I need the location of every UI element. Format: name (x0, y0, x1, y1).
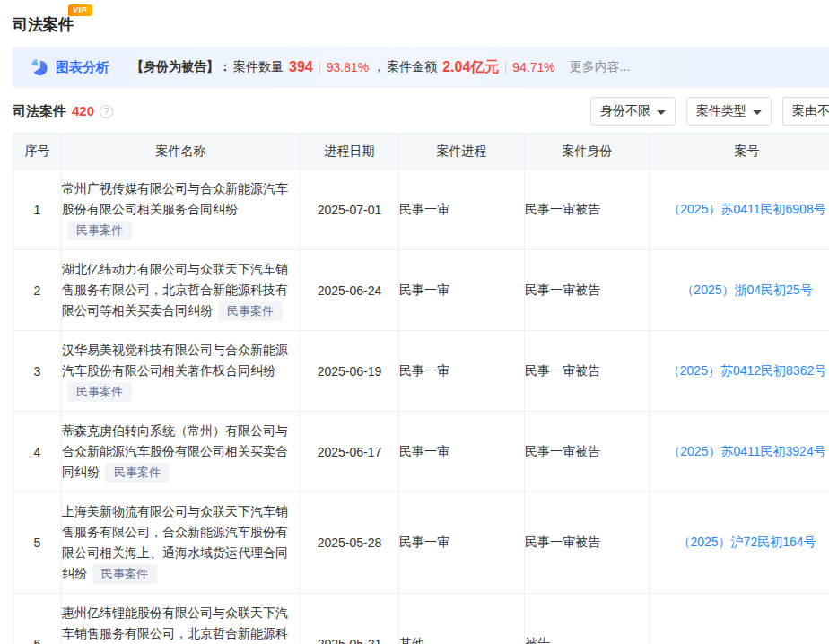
case-process: 民事一审 (399, 250, 525, 331)
section-title: 司法案件 (13, 103, 66, 118)
case-type-badge: 民事案件 (218, 301, 283, 321)
help-icon[interactable]: ? (100, 105, 113, 118)
role-prefix: 【身份为被告】： (131, 59, 231, 75)
case-name-cell: 蒂森克虏伯转向系统（常州）有限公司与合众新能源汽车股份有限公司相关买卖合同纠纷民… (62, 412, 301, 492)
case-type-badge: 民事案件 (105, 463, 170, 483)
amount-label: 案件金额 (387, 59, 437, 75)
case-number-link[interactable]: （2025）浙04民初25号 (681, 283, 812, 297)
case-number-cell: （2025）苏0412民初8362号 (650, 331, 829, 412)
case-number-link[interactable]: （2025）苏0412民初8362号 (668, 363, 826, 378)
chart-analysis-link[interactable]: 图表分析 (56, 59, 109, 76)
page-title: 司法案件 (13, 16, 74, 33)
table-row: 4蒂森克虏伯转向系统（常州）有限公司与合众新能源汽车股份有限公司相关买卖合同纠纷… (13, 412, 829, 492)
case-process: 民事一审 (399, 412, 525, 492)
case-identity: 民事一审被告 (525, 331, 650, 412)
chevron-down-icon (657, 110, 666, 115)
row-index: 5 (13, 492, 62, 594)
case-process: 其他 (399, 594, 525, 644)
more-content-link[interactable]: 更多内容... (570, 59, 631, 75)
filter-group: 身份不限案件类型案由不限 (590, 97, 829, 126)
table-row: 5上海美新物流有限公司与众联天下汽车销售服务有限公司，合众新能源汽车股份有限公司… (13, 492, 829, 594)
case-number-cell: （2025）苏0411民初3924号 (650, 412, 829, 492)
section-count: 420 (72, 103, 94, 118)
process-date: 2025-05-21 (301, 594, 399, 644)
comma-separator: ， (372, 59, 385, 75)
row-index: 3 (13, 331, 62, 412)
case-type-badge: 民事案件 (67, 382, 132, 402)
column-header-2: 进程日期 (301, 134, 399, 170)
column-header-3: 案件进程 (399, 134, 525, 170)
process-date: 2025-06-17 (301, 412, 399, 492)
case-process: 民事一审 (399, 492, 525, 594)
case-number-cell: （2025）苏0411民初6908号 (650, 170, 829, 250)
vip-badge[interactable]: VIP (68, 4, 92, 16)
filter-button-0[interactable]: 身份不限 (590, 97, 676, 126)
table-row: 6惠州亿纬锂能股份有限公司与众联天下汽车销售服务有限公司，北京哲合新能源科技有限… (13, 594, 829, 644)
row-index: 1 (13, 170, 62, 250)
divider (505, 62, 506, 74)
filter-button-1[interactable]: 案件类型 (686, 97, 772, 126)
amount-value: 2.04亿元 (442, 58, 499, 77)
case-number-cell: （2025）浙04民初25号 (650, 250, 829, 331)
toolbar: 司法案件420? 身份不限案件类型案由不限 (13, 97, 829, 126)
pie-chart-icon (31, 58, 48, 76)
process-date: 2025-06-19 (301, 331, 399, 412)
process-date: 2025-06-24 (301, 250, 399, 331)
case-number-text: - (745, 637, 749, 644)
case-name-cell: 汉华易美视觉科技有限公司与合众新能源汽车股份有限公司相关著作权合同纠纷民事案件 (62, 331, 301, 412)
case-type-badge: 民事案件 (67, 221, 132, 240)
count-label: 案件数量 (233, 59, 284, 75)
case-name: 常州广视传媒有限公司与合众新能源汽车股份有限公司相关服务合同纠纷 (62, 181, 288, 216)
judicial-cases-page: 司法案件 VIP 图表分析 【身份为被告】： 案件数量 394 93.81% ，… (0, 0, 829, 644)
chart-analysis-banner: 图表分析 【身份为被告】： 案件数量 394 93.81% ， 案件金额 2.0… (13, 47, 829, 88)
case-name: 汉华易美视觉科技有限公司与合众新能源汽车股份有限公司相关著作权合同纠纷 (62, 343, 288, 378)
divider (319, 62, 320, 74)
case-identity: 民事一审被告 (525, 170, 650, 250)
column-header-5: 案号 (650, 134, 829, 170)
row-index: 4 (13, 412, 62, 492)
filter-label: 案由不限 (792, 103, 829, 119)
case-identity: 民事一审被告 (525, 412, 650, 492)
case-name: 蒂森克虏伯转向系统（常州）有限公司与合众新能源汽车股份有限公司相关买卖合同纠纷 (62, 423, 288, 479)
count-value: 394 (289, 59, 313, 75)
case-number-link[interactable]: （2025）苏0411民初3924号 (668, 444, 825, 458)
row-index: 6 (13, 594, 62, 644)
case-process: 民事一审 (399, 331, 525, 412)
case-type-badge: 民事案件 (92, 564, 157, 584)
case-identity: 民事一审被告 (525, 492, 650, 594)
column-header-1: 案件名称 (62, 134, 301, 170)
case-number-cell: （2025）沪72民初164号 (650, 492, 829, 594)
case-number-cell: - (650, 594, 829, 644)
case-process: 民事一审 (399, 170, 525, 250)
process-date: 2025-05-28 (301, 492, 399, 594)
table-header-row: 序号案件名称进程日期案件进程案件身份案号 (13, 134, 829, 170)
row-index: 2 (13, 250, 62, 331)
count-percent: 93.81% (327, 60, 369, 74)
case-name: 惠州亿纬锂能股份有限公司与众联天下汽车销售服务有限公司，北京哲合新能源科技有限公… (62, 605, 288, 644)
case-name-cell: 湖北亿纬动力有限公司与众联天下汽车销售服务有限公司，北京哲合新能源科技有限公司等… (62, 250, 301, 331)
column-header-4: 案件身份 (525, 134, 650, 170)
case-identity: 被告 (525, 594, 650, 644)
process-date: 2025-07-01 (301, 170, 399, 250)
cases-table: 序号案件名称进程日期案件进程案件身份案号 1常州广视传媒有限公司与合众新能源汽车… (13, 133, 829, 644)
table-row: 2湖北亿纬动力有限公司与众联天下汽车销售服务有限公司，北京哲合新能源科技有限公司… (13, 250, 829, 331)
case-name-cell: 常州广视传媒有限公司与合众新能源汽车股份有限公司相关服务合同纠纷民事案件 (62, 170, 301, 250)
filter-label: 案件类型 (696, 103, 746, 119)
filter-button-2[interactable]: 案由不限 (782, 97, 829, 126)
filter-label: 身份不限 (600, 103, 650, 119)
amount-percent: 94.71% (512, 60, 554, 74)
table-row: 3汉华易美视觉科技有限公司与合众新能源汽车股份有限公司相关著作权合同纠纷民事案件… (13, 331, 829, 412)
column-header-0: 序号 (13, 134, 62, 170)
chevron-down-icon (753, 110, 762, 115)
case-number-link[interactable]: （2025）苏0411民初6908号 (668, 202, 825, 216)
case-name-cell: 惠州亿纬锂能股份有限公司与众联天下汽车销售服务有限公司，北京哲合新能源科技有限公… (62, 594, 301, 644)
case-identity: 民事一审被告 (525, 250, 650, 331)
case-number-link[interactable]: （2025）沪72民初164号 (677, 535, 816, 549)
title-row: 司法案件 VIP (0, 0, 829, 35)
case-name-cell: 上海美新物流有限公司与众联天下汽车销售服务有限公司，合众新能源汽车股份有限公司相… (62, 492, 301, 594)
table-row: 1常州广视传媒有限公司与合众新能源汽车股份有限公司相关服务合同纠纷民事案件202… (13, 170, 829, 250)
